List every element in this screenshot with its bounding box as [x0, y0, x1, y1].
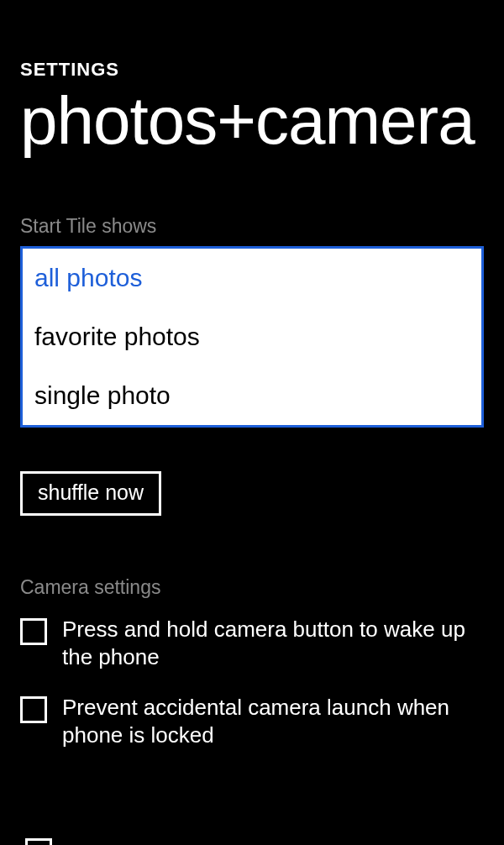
start-tile-label: Start Tile shows	[20, 215, 504, 238]
start-tile-dropdown[interactable]: all photos favorite photos single photo	[20, 246, 484, 428]
checkbox-box-icon	[25, 838, 52, 845]
app-label: SETTINGS	[20, 0, 504, 81]
dropdown-option-single-photo[interactable]: single photo	[23, 366, 481, 425]
checkbox-box-icon	[20, 618, 47, 645]
checkbox-prevent-launch-label: Prevent accidental camera launch when ph…	[62, 694, 484, 748]
dropdown-option-all-photos[interactable]: all photos	[23, 249, 481, 307]
checkbox-wake-phone[interactable]: Press and hold camera button to wake up …	[20, 616, 484, 670]
shuffle-now-button[interactable]: shuffle now	[20, 471, 161, 516]
checkbox-wake-phone-label: Press and hold camera button to wake up …	[62, 616, 484, 670]
checkbox-prevent-launch[interactable]: Prevent accidental camera launch when ph…	[20, 694, 484, 748]
checkbox-box-icon	[20, 696, 47, 723]
camera-settings-label: Camera settings	[20, 576, 504, 599]
page-title: photos+camera	[20, 87, 504, 155]
dropdown-option-favorite-photos[interactable]: favorite photos	[23, 307, 481, 366]
